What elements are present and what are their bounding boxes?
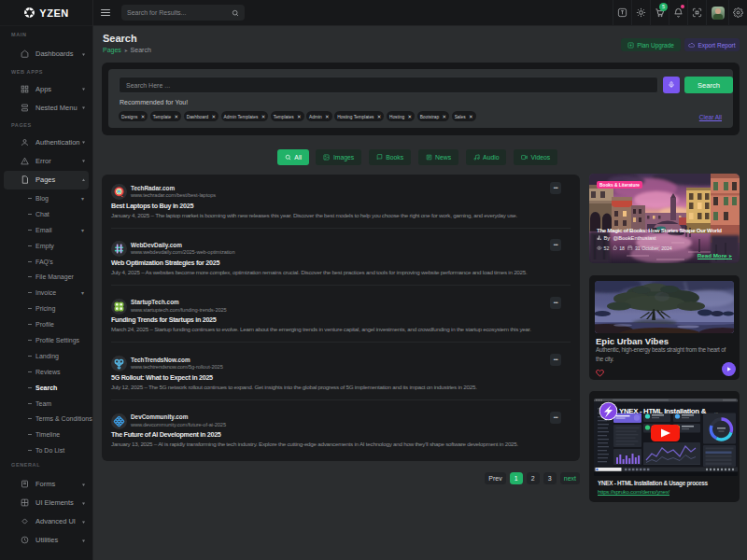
svg-text:YNEX - HTML Installation &: YNEX - HTML Installation & [619,407,707,415]
svg-text:...: ... [714,409,718,414]
